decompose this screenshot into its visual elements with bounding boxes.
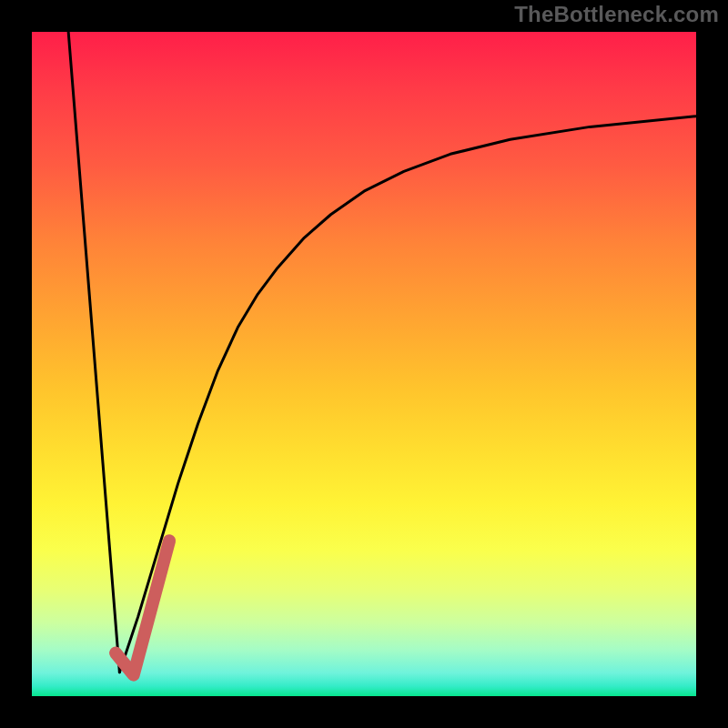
series-left-descent [68,32,119,672]
chart-frame: TheBottleneck.com [0,0,728,728]
plot-area [32,32,696,696]
series-right-curve [119,116,696,672]
check-mark-overlay [116,541,169,674]
chart-svg [32,32,696,696]
watermark-label: TheBottleneck.com [514,2,719,27]
